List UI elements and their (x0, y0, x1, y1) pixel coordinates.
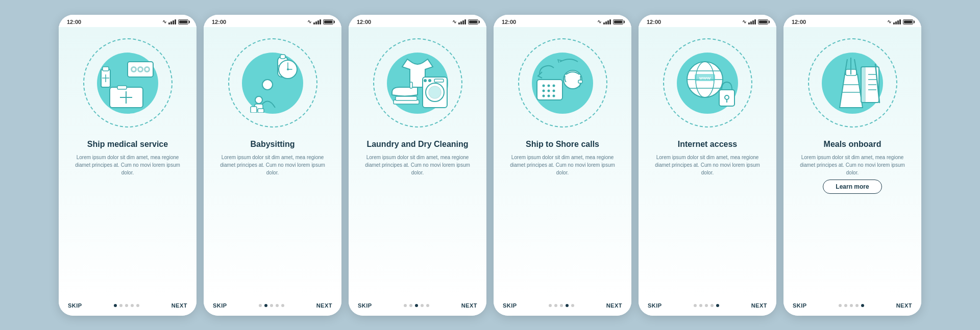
svg-rect-27 (410, 82, 412, 88)
dot-active-3 (415, 304, 418, 307)
dot-4-6 (855, 304, 859, 307)
dots-5 (694, 304, 719, 307)
skip-button-1[interactable]: SKIP (68, 302, 82, 309)
phone-title-4: Ship to Shore calls (526, 139, 599, 150)
phone-5: 12:00 ∿ (639, 15, 776, 316)
phone-desc-4: Lorem ipsum dolor sit dim amet, mea regi… (504, 154, 621, 176)
dot-4-3 (421, 304, 424, 307)
phone-desc-3: Lorem ipsum dolor sit dim amet, mea regi… (359, 154, 476, 176)
content-area-3: Laundry and Dry Cleaning Lorem ipsum dol… (359, 139, 476, 297)
svg-rect-37 (578, 80, 582, 83)
medical-icon (97, 54, 158, 112)
svg-point-40 (543, 84, 545, 87)
dots-4 (549, 304, 574, 307)
status-bar-5: 12:00 ∿ (639, 15, 776, 27)
illustration-3 (366, 32, 469, 134)
status-icons-3: ∿ (452, 19, 478, 24)
phone-desc-6: Lorem ipsum dolor sit dim amet, mea regi… (794, 154, 911, 176)
signal-bars-4 (603, 19, 611, 24)
wifi-icon-1: ∿ (162, 19, 166, 24)
time-2: 12:00 (212, 19, 226, 25)
status-bar-4: 12:00 ∿ (494, 15, 631, 27)
phone-title-3: Laundry and Dry Cleaning (366, 139, 468, 150)
phone-desc-5: Lorem ipsum dolor sit dim amet, mea regi… (649, 154, 766, 176)
battery-icon-1 (178, 19, 188, 24)
illustration-2 (222, 32, 324, 134)
dot-2-4 (554, 304, 557, 307)
status-icons-1: ∿ (162, 19, 188, 24)
content-area-2: Babysitting Lorem ipsum dolor sit dim am… (214, 139, 331, 297)
next-button-1[interactable]: NEXT (172, 302, 187, 309)
status-bar-6: 12:00 ∿ (783, 15, 921, 27)
svg-rect-56 (719, 90, 734, 106)
dot-1-2 (259, 304, 262, 307)
skip-button-3[interactable]: SKIP (358, 302, 372, 309)
wifi-icon-2: ∿ (307, 19, 311, 24)
phone-content-1: Ship medical service Lorem ipsum dolor s… (59, 27, 197, 297)
svg-rect-1 (103, 67, 109, 71)
svg-rect-25 (251, 107, 257, 113)
time-5: 12:00 (647, 19, 661, 25)
skip-button-2[interactable]: SKIP (213, 302, 227, 309)
svg-point-8 (132, 68, 135, 71)
svg-point-31 (424, 79, 427, 82)
phone-2: 12:00 ∿ (204, 15, 341, 316)
time-3: 12:00 (357, 19, 371, 25)
status-icons-4: ∿ (597, 19, 623, 24)
next-button-4[interactable]: NEXT (606, 302, 622, 309)
svg-point-23 (255, 96, 262, 104)
phone-footer-4: SKIP NEXT (494, 297, 631, 316)
signal-bars-3 (458, 19, 466, 24)
dot-active-4 (566, 304, 569, 307)
dot-1-6 (839, 304, 842, 307)
dot-2-5 (699, 304, 702, 307)
dots-2 (259, 304, 284, 307)
svg-point-47 (548, 94, 550, 97)
svg-point-9 (139, 68, 142, 71)
wifi-icon-5: ∿ (742, 19, 746, 24)
svg-point-10 (145, 68, 149, 71)
next-button-3[interactable]: NEXT (461, 302, 477, 309)
svg-point-45 (553, 89, 555, 92)
dots-6 (839, 304, 864, 307)
status-icons-6: ∿ (887, 19, 913, 24)
next-button-5[interactable]: NEXT (751, 302, 767, 309)
phone-title-1: Ship medical service (87, 139, 168, 150)
dot-2-6 (844, 304, 847, 307)
content-area-1: Ship medical service Lorem ipsum dolor s… (69, 139, 186, 297)
status-icons-5: ∿ (742, 19, 768, 24)
phone-content-2: Babysitting Lorem ipsum dolor sit dim am… (204, 27, 341, 297)
skip-button-5[interactable]: SKIP (648, 302, 662, 309)
svg-point-42 (553, 84, 555, 87)
svg-point-44 (548, 89, 550, 92)
next-button-2[interactable]: NEXT (316, 302, 332, 309)
next-button-6[interactable]: NEXT (896, 302, 912, 309)
dot-3-1 (125, 304, 128, 307)
phone-footer-2: SKIP NEXT (204, 297, 341, 316)
phone-title-5: Internet access (678, 139, 738, 150)
battery-icon-2 (323, 19, 333, 24)
learn-more-button[interactable]: Learn more (823, 180, 881, 194)
svg-rect-16 (280, 55, 285, 59)
dot-2-1 (119, 304, 122, 307)
dot-4-1 (131, 304, 134, 307)
dot-5-2 (281, 304, 284, 307)
skip-button-4[interactable]: SKIP (503, 302, 517, 309)
svg-rect-26 (258, 109, 264, 113)
dot-3-5 (705, 304, 708, 307)
wifi-icon-3: ∿ (452, 19, 456, 24)
svg-point-30 (429, 86, 441, 98)
meals-icon (819, 52, 886, 115)
phone-6: 12:00 ∿ (783, 15, 921, 316)
signal-bars-5 (748, 19, 756, 24)
svg-point-43 (543, 89, 545, 92)
svg-point-32 (428, 79, 431, 82)
status-bar-2: 12:00 ∿ (204, 15, 341, 27)
skip-button-6[interactable]: SKIP (793, 302, 807, 309)
dot-active-2 (264, 304, 267, 307)
time-6: 12:00 (792, 19, 806, 25)
battery-icon-3 (468, 19, 478, 24)
battery-icon-4 (613, 19, 623, 24)
babysitting-icon (239, 52, 306, 115)
phone-3: 12:00 ∿ (349, 15, 486, 316)
